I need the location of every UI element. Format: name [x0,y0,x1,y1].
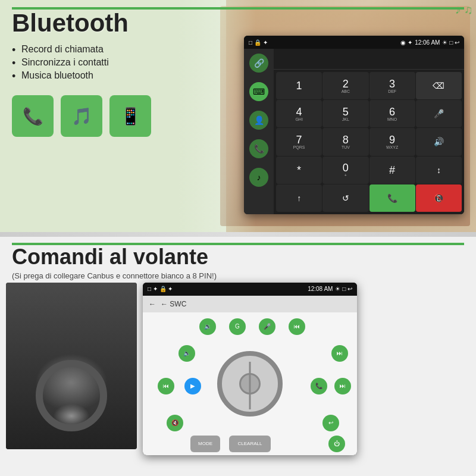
key-end-call[interactable]: 📵 [416,184,462,212]
volante-title: Comandi al volante [12,245,464,269]
key-arrow[interactable]: ↕ [416,156,462,184]
key-9[interactable]: 9WXYZ [369,128,415,155]
swc-back-arrow[interactable]: ← [149,300,156,308]
swc-wheel-graphic [217,351,283,416]
bluetooth-title: Bluetooth [12,10,464,37]
ctrl-gps[interactable]: G [229,318,246,335]
key-2[interactable]: 2ABC [322,72,368,99]
ctrl-return[interactable]: ↩ [322,415,339,431]
steering-wheel-photo [6,283,137,449]
sidebar-transfer[interactable]: 📞 [249,139,268,158]
ctrl-prev[interactable]: ⏮ [289,318,305,335]
keypad-grid: 1 2ABC 3DEF ⌫ 4GHI 5JKL 6MNO 🎤 7PQRS 8TU… [274,70,464,214]
status-bar-bottom: □ ✦ 🔒 ✦ 12:08 AM ☀ □ ↩ [143,283,357,296]
sidebar-contacts[interactable]: 👤 [249,111,268,130]
bt-icon-phone[interactable]: 📞 [12,95,54,137]
bt-icon-music[interactable]: 🎵 [61,95,102,137]
dialer-container: 🔗 ⌨ 👤 📞 ♪ 1 2ABC 3DEF ⌫ 4GHI 5JKL 6MNO 🎤… [244,49,464,214]
key-vol[interactable]: 🔊 [416,128,462,155]
sidebar-music[interactable]: ♪ [249,168,268,187]
ctrl-call[interactable]: 📞 [311,378,327,394]
status-left-2: □ ✦ 🔒 ✦ [148,286,173,292]
volante-section: Comandi al volante (Si prega di collegar… [0,237,476,476]
phone-screen-swc: □ ✦ 🔒 ✦ 12:08 AM ☀ □ ↩ ← ← SWC 🔉 G [143,283,357,455]
sidebar-recent[interactable]: 🔗 [249,54,268,73]
sidebar-dialpad[interactable]: ⌨ [249,82,268,101]
key-1[interactable]: 1 [276,72,322,99]
key-del[interactable]: ⌫ [416,72,462,99]
ctrl-play[interactable]: ▶ [184,378,201,394]
key-rotate[interactable]: ↺ [322,184,368,212]
status-icons-left: □ 🔒 ✦ [249,39,268,46]
swc-header: ← ← SWC [143,296,357,312]
status-time-2: 12:08 AM [308,286,333,292]
music-notes-decoration: ♪ ♫ [455,3,473,17]
status-icons-right: ☀ □ ↩ [442,39,459,46]
dialer-main: 1 2ABC 3DEF ⌫ 4GHI 5JKL 6MNO 🎤 7PQRS 8TU… [274,49,464,214]
key-3[interactable]: 3DEF [369,72,415,99]
volante-content: □ ✦ 🔒 ✦ 12:08 AM ☀ □ ↩ ← ← SWC 🔉 G [0,283,476,455]
volante-subtitle: (Si prega di collegare Canbus e connetto… [0,269,476,283]
dialer-display [274,49,464,70]
ctrl-vol-down[interactable]: 🔈 [178,345,195,362]
key-star[interactable]: * [276,156,322,184]
bluetooth-section: ♪ ♫ Bluetooth Record di chiamata Sincron… [0,0,476,232]
bluetooth-header: Bluetooth [0,0,476,37]
key-call[interactable]: 📞 [369,184,415,212]
ctrl-vol-up[interactable]: 🔉 [199,318,216,335]
status-time: 12:06 AM [415,39,440,46]
status-bar-top: □ 🔒 ✦ ◉ ✦ 12:06 AM ☀ □ ↩ [244,36,464,49]
volante-header: Comandi al volante [0,237,476,269]
status-right: ◉ ✦ 12:06 AM ☀ □ ↩ [400,39,459,46]
wheel-overlay [36,360,107,431]
status-left: □ 🔒 ✦ [249,39,268,46]
swc-body: 🔉 G 🎤 ⏮ 🔈 ⏭ ⏮ ▶ 📞 ⏭ 🔇 ↩ MODE CLEARALL ⏻ [143,312,357,455]
key-5[interactable]: 5JKL [322,100,368,127]
ctrl-clearall[interactable]: CLEARALL [229,436,271,452]
key-hash[interactable]: # [369,156,415,184]
key-7[interactable]: 7PQRS [276,128,322,155]
ctrl-ff[interactable]: ⏭ [334,378,351,394]
key-mic[interactable]: 🎤 [416,100,462,127]
ctrl-mute[interactable]: 🔇 [167,415,183,431]
status-icons-right-2: ☀ □ ↩ [335,286,352,292]
bt-icon-contact[interactable]: 📱 [109,95,151,137]
key-4[interactable]: 4GHI [276,100,322,127]
status-right-2: 12:08 AM ☀ □ ↩ [308,286,352,292]
status-icons-left-2: □ ✦ 🔒 ✦ [148,286,173,292]
ctrl-mode[interactable]: MODE [190,436,220,452]
status-location: ◉ ✦ [400,39,412,46]
ctrl-next-skip[interactable]: ⏭ [331,345,348,362]
key-0[interactable]: 0+ [322,156,368,184]
dialer-sidebar: 🔗 ⌨ 👤 📞 ♪ [244,49,274,214]
ctrl-power[interactable]: ⏻ [328,436,345,452]
section-divider [0,232,476,237]
ctrl-rewind[interactable]: ⏮ [158,378,174,394]
swc-label: ← SWC [161,300,186,308]
phone-screen-dialer: □ 🔒 ✦ ◉ ✦ 12:06 AM ☀ □ ↩ 🔗 ⌨ 👤 📞 ♪ 1 2AB… [244,36,464,214]
key-6[interactable]: 6MNO [369,100,415,127]
ctrl-mic[interactable]: 🎤 [259,318,275,335]
key-up[interactable]: ↑ [276,184,322,212]
swc-content: 🔉 G 🎤 ⏮ 🔈 ⏭ ⏮ ▶ 📞 ⏭ 🔇 ↩ MODE CLEARALL ⏻ [143,312,357,455]
key-8[interactable]: 8TUV [322,128,368,155]
